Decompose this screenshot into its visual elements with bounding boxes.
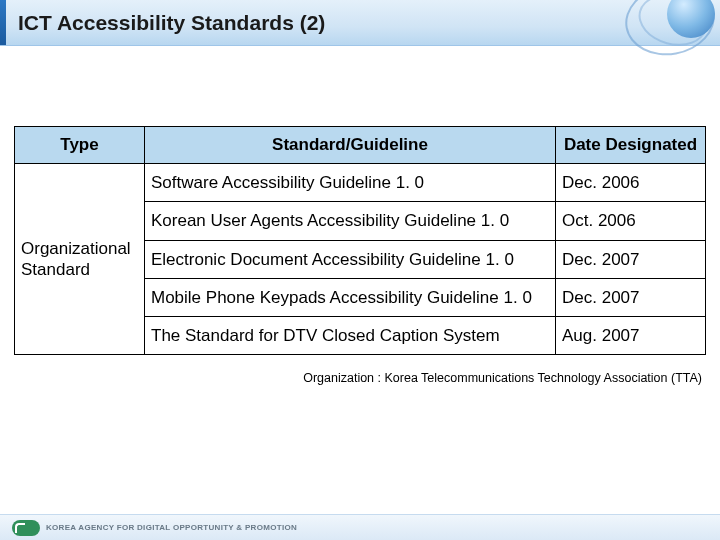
- standard-cell: Software Accessibility Guideline 1. 0: [145, 164, 556, 202]
- footer-org-name: KOREA AGENCY FOR DIGITAL OPPORTUNITY & P…: [46, 523, 297, 532]
- col-header-type: Type: [15, 127, 145, 164]
- slide-footer: KOREA AGENCY FOR DIGITAL OPPORTUNITY & P…: [0, 514, 720, 540]
- col-header-date: Date Designated: [556, 127, 706, 164]
- date-cell: Dec. 2007: [556, 240, 706, 278]
- content-area: Type Standard/Guideline Date Designated …: [0, 46, 720, 385]
- date-cell: Dec. 2006: [556, 164, 706, 202]
- standard-cell: Electronic Document Accessibility Guidel…: [145, 240, 556, 278]
- date-cell: Aug. 2007: [556, 317, 706, 355]
- col-header-standard: Standard/Guideline: [145, 127, 556, 164]
- standard-cell: The Standard for DTV Closed Caption Syst…: [145, 317, 556, 355]
- date-cell: Dec. 2007: [556, 278, 706, 316]
- organization-footnote: Organization : Korea Telecommunications …: [14, 371, 706, 385]
- standard-cell: Korean User Agents Accessibility Guideli…: [145, 202, 556, 240]
- header-accent-bar: [0, 0, 6, 45]
- globe-decoration: [620, 0, 720, 60]
- slide-header: ICT Accessibility Standards (2): [0, 0, 720, 46]
- kado-logo-icon: [12, 520, 40, 536]
- page-title: ICT Accessibility Standards (2): [18, 11, 325, 35]
- table-row: Organizational Standard Software Accessi…: [15, 164, 706, 202]
- type-cell: Organizational Standard: [15, 164, 145, 355]
- standard-cell: Mobile Phone Keypads Accessibility Guide…: [145, 278, 556, 316]
- date-cell: Oct. 2006: [556, 202, 706, 240]
- standards-table: Type Standard/Guideline Date Designated …: [14, 126, 706, 355]
